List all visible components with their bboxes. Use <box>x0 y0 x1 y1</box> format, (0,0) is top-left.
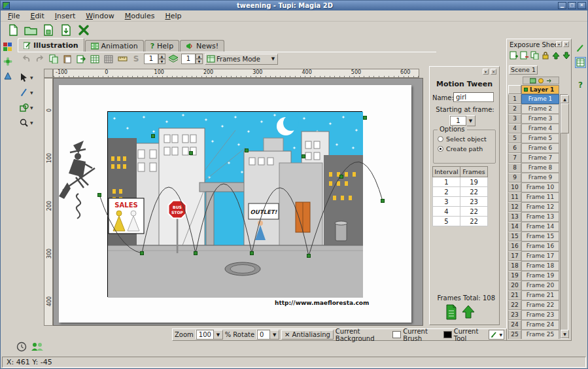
frame-cell[interactable]: Frame 2 <box>521 104 559 114</box>
frame-row[interactable]: 16Frame 16 <box>508 241 559 251</box>
import-icon[interactable] <box>59 23 73 37</box>
exposure-dock-icon[interactable] <box>575 57 586 68</box>
chevron-down-icon[interactable]: ▼ <box>30 90 36 95</box>
interval-row[interactable]: 119 <box>433 177 488 187</box>
shapes-tool-button[interactable]: ▼ <box>18 101 36 113</box>
frame-row[interactable]: 21Frame 21 <box>508 290 559 300</box>
open-project-icon[interactable] <box>24 23 38 37</box>
clone-frame-icon[interactable] <box>530 50 540 60</box>
close-button[interactable]: ✕ <box>578 2 586 9</box>
onion-prev-spinner[interactable]: 1 ▲▼ <box>144 54 165 64</box>
rotate-combo[interactable]: 0 ▼ <box>256 330 279 340</box>
frame-cell[interactable]: Frame 18 <box>521 261 559 271</box>
antialiasing-checkbox[interactable]: ✕ Antialiasing <box>281 330 334 340</box>
frame-row[interactable]: 14Frame 14 <box>508 222 559 232</box>
frame-cell[interactable]: Frame 9 <box>521 173 559 183</box>
frame-cell[interactable]: Frame 22 <box>521 300 559 310</box>
interval-row[interactable]: 422 <box>433 207 488 217</box>
brushes-dock-icon[interactable] <box>2 56 13 67</box>
title-bar[interactable]: tweening - Tupi: Magia 2D ▁ □ ✕ <box>1 1 587 10</box>
frame-cell[interactable]: Frame 16 <box>521 241 559 251</box>
frame-cell[interactable]: Frame 20 <box>521 281 559 290</box>
frame-cell[interactable]: Frame 7 <box>521 153 559 163</box>
frame-cell[interactable]: Frame 15 <box>521 232 559 241</box>
scroll-down-icon[interactable]: ▼ <box>561 330 569 338</box>
frame-cell[interactable]: Frame 21 <box>521 290 559 300</box>
menu-item-edit[interactable]: Edit <box>26 11 48 21</box>
undock-panel-icon[interactable]: ▾ <box>483 69 489 75</box>
tween-name-input[interactable]: girl <box>453 92 494 102</box>
close-project-icon[interactable] <box>77 23 91 37</box>
undo-icon[interactable] <box>20 54 32 65</box>
frame-cell[interactable]: Frame 24 <box>521 320 559 330</box>
frame-row[interactable]: 6Frame 6 <box>508 143 559 153</box>
tab-news[interactable]: News! <box>180 40 224 52</box>
save-project-icon[interactable] <box>41 23 56 37</box>
path-node[interactable] <box>98 194 101 197</box>
frame-cell[interactable]: Frame 13 <box>521 212 559 222</box>
frames-scrollbar[interactable]: ▲ ▼ <box>560 94 568 339</box>
frame-row[interactable]: 5Frame 5 <box>508 133 559 143</box>
maximize-button[interactable]: □ <box>568 2 576 9</box>
chevron-down-icon[interactable]: ▼ <box>30 120 36 125</box>
menu-item-window[interactable]: Window <box>81 11 118 21</box>
menu-item-insert[interactable]: Insert <box>50 11 80 21</box>
save-tween-button[interactable] <box>444 304 458 321</box>
tab-illustration[interactable]: Illustration <box>18 38 84 52</box>
option-select-object[interactable]: Select object <box>438 135 495 143</box>
library-dock-icon[interactable] <box>2 70 13 81</box>
frame-row[interactable]: 20Frame 20 <box>508 281 559 290</box>
interval-row[interactable]: 323 <box>433 197 488 207</box>
collaboration-icon[interactable] <box>31 342 44 352</box>
apply-tween-button[interactable] <box>461 304 476 321</box>
frame-cell[interactable]: Frame 17 <box>521 251 559 261</box>
new-document-icon[interactable] <box>6 23 20 37</box>
lock-frame-icon[interactable] <box>540 50 550 60</box>
frame-cell[interactable]: Frame 11 <box>521 192 559 202</box>
brush-color-swatch[interactable] <box>443 331 452 338</box>
frame-row[interactable]: 17Frame 17 <box>508 251 559 261</box>
frame-cell[interactable]: Frame 19 <box>521 271 559 281</box>
start-frame-combo[interactable]: 1 ▼ <box>449 115 476 126</box>
close-panel-icon[interactable]: ✕ <box>491 69 496 75</box>
frame-row[interactable]: 4Frame 4 <box>508 124 559 133</box>
redo-icon[interactable] <box>34 54 46 65</box>
frame-cell[interactable]: Frame 10 <box>521 183 559 192</box>
frames-list[interactable]: 1Frame 12Frame 23Frame 34Frame 45Frame 5… <box>508 94 559 339</box>
time-icon[interactable] <box>16 342 27 352</box>
frame-row[interactable]: 19Frame 19 <box>508 271 559 281</box>
canvas-page[interactable]: SALES OUTLET! BUS <box>59 85 411 323</box>
contour-tool-button[interactable]: ▼ <box>18 86 36 98</box>
export-icon[interactable] <box>75 54 87 65</box>
move-frame-up-icon[interactable] <box>551 50 561 60</box>
frame-row[interactable]: 1Frame 1 <box>508 94 559 104</box>
background-color-swatch[interactable] <box>392 331 401 338</box>
frame-row[interactable]: 24Frame 24 <box>508 320 559 330</box>
zoom-tool-button[interactable]: ▼ <box>18 116 36 128</box>
color-palette-icon[interactable] <box>2 41 13 52</box>
frame-row[interactable]: 15Frame 15 <box>508 232 559 241</box>
frame-cell[interactable]: Frame 25 <box>521 330 559 339</box>
frame-row[interactable]: 23Frame 23 <box>508 310 559 320</box>
minimize-button[interactable]: ▁ <box>558 2 566 9</box>
frame-row[interactable]: 18Frame 18 <box>508 261 559 271</box>
menu-item-file[interactable]: File <box>3 11 24 21</box>
insert-frame-icon[interactable] <box>509 50 519 60</box>
scene-tab[interactable]: Scene 1 <box>509 65 538 75</box>
frame-row[interactable]: 7Frame 7 <box>508 153 559 163</box>
spinner-arrows[interactable]: ▲▼ <box>158 54 165 64</box>
frame-cell[interactable]: Frame 4 <box>521 124 559 133</box>
scrollbar-thumb[interactable] <box>561 103 569 133</box>
layer-arrows-icon[interactable] <box>545 78 552 84</box>
path-node[interactable] <box>364 116 367 120</box>
spinner-arrows[interactable]: ▲▼ <box>196 54 203 64</box>
frame-cell[interactable]: Frame 3 <box>521 114 559 124</box>
remove-frame-icon[interactable] <box>519 50 529 60</box>
path-node[interactable] <box>381 200 385 203</box>
frames-mode-combo[interactable]: Frames Mode ▼ <box>205 54 278 65</box>
menu-item-help[interactable]: Help <box>160 11 186 21</box>
frame-row[interactable]: 12Frame 12 <box>508 202 559 212</box>
frame-cell[interactable]: Frame 8 <box>521 163 559 173</box>
frame-cell[interactable]: Frame 6 <box>521 143 559 153</box>
scroll-up-icon[interactable]: ▲ <box>561 95 569 103</box>
